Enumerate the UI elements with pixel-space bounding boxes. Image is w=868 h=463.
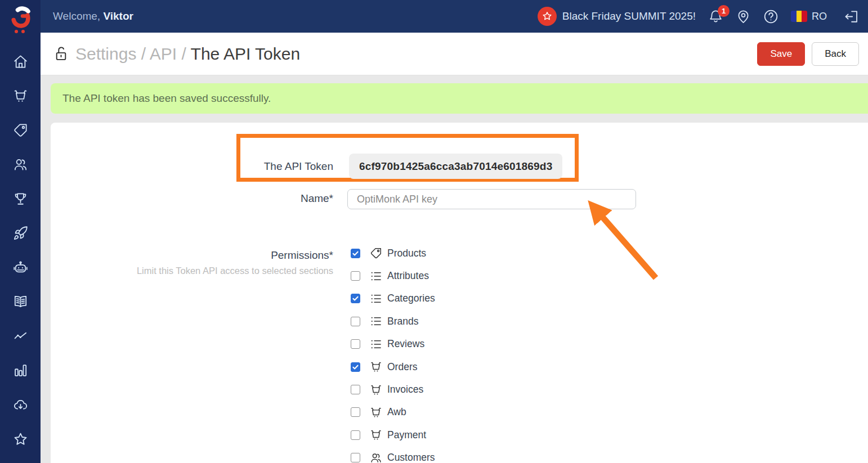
list-icon	[370, 315, 382, 327]
permission-row: Payment	[351, 424, 435, 446]
promo-banner[interactable]: Black Friday SUMMIT 2025!	[538, 7, 696, 26]
cart-icon	[370, 429, 382, 441]
sidebar-item-trophy[interactable]	[8, 191, 33, 206]
people-icon	[370, 452, 382, 463]
promo-text: Black Friday SUMMIT 2025!	[562, 10, 696, 23]
tag-icon	[370, 247, 382, 259]
sidebar-item-cart[interactable]	[8, 88, 33, 104]
permission-row: Orders	[351, 356, 435, 378]
language-selector[interactable]: RO	[791, 11, 827, 23]
romania-flag-icon	[791, 11, 807, 22]
list-icon	[370, 293, 382, 305]
page-header: Settings / API / The API Token Save Back	[41, 33, 868, 75]
trophy-icon	[13, 191, 28, 206]
notifications-bell-icon[interactable]: 1	[708, 9, 723, 24]
permission-row: Awb	[351, 401, 435, 424]
permission-label: Brands	[387, 316, 418, 327]
permissions-hint: Limit this Token API access to selected …	[51, 266, 333, 276]
sidebar-item-home[interactable]	[8, 54, 33, 69]
sidebar-item-tag[interactable]	[8, 123, 33, 138]
sidebar-item-bar-chart[interactable]	[8, 363, 33, 378]
permission-checkbox[interactable]	[351, 362, 360, 372]
success-alert-message: The API token has been saved successfull…	[62, 92, 271, 105]
permission-row: Customers	[351, 447, 435, 463]
bar-chart-icon	[13, 363, 28, 378]
save-button[interactable]: Save	[757, 42, 805, 66]
permission-label: Payment	[387, 429, 426, 441]
permission-checkbox[interactable]	[351, 430, 360, 440]
permission-label: Awb	[387, 406, 406, 418]
name-label: Name*	[208, 192, 333, 205]
star-badge-icon	[538, 7, 557, 26]
permission-checkbox[interactable]	[351, 271, 360, 281]
main-content: Settings / API / The API Token Save Back…	[41, 33, 868, 463]
app-logo[interactable]	[0, 0, 41, 36]
sidebar-item-line-chart[interactable]	[8, 329, 33, 344]
token-label: The API Token	[208, 160, 333, 173]
list-icon	[370, 338, 382, 350]
logout-icon[interactable]	[844, 9, 859, 24]
sidebar	[0, 0, 41, 463]
sidebar-item-cloud-download[interactable]	[8, 397, 33, 412]
api-token-card: The API Token 6cf970b1425a6cca3ab7014e60…	[51, 123, 868, 463]
permission-row: Categories	[351, 287, 435, 310]
check-icon	[352, 363, 359, 371]
permission-label: Orders	[387, 361, 417, 373]
cart-icon	[370, 406, 382, 419]
permission-checkbox[interactable]	[351, 407, 360, 417]
permission-row: Brands	[351, 310, 435, 332]
sidebar-item-book[interactable]	[8, 294, 33, 309]
permission-label: Categories	[387, 293, 435, 304]
location-pin-icon[interactable]	[736, 9, 751, 24]
permission-checkbox[interactable]	[351, 339, 360, 349]
permission-label: Customers	[387, 452, 435, 463]
people-icon	[13, 157, 28, 172]
permission-row: Products	[351, 242, 435, 264]
permission-label: Reviews	[387, 338, 424, 350]
star-icon	[13, 431, 28, 447]
page-title: The API Token	[191, 44, 301, 63]
permission-checkbox[interactable]	[351, 385, 360, 394]
permission-checkbox[interactable]	[351, 453, 360, 462]
sidebar-item-robot[interactable]	[8, 260, 33, 275]
username: Viktor	[103, 10, 133, 22]
permission-checkbox[interactable]	[351, 317, 360, 326]
sidebar-nav	[0, 36, 41, 447]
cart-icon	[13, 88, 28, 104]
check-icon	[352, 295, 359, 302]
rocket-icon	[13, 226, 28, 241]
topbar: Welcome, Viktor Black Friday SUMMIT 2025…	[41, 0, 868, 33]
cart-icon	[370, 361, 382, 373]
cloud-download-icon	[13, 397, 28, 412]
permission-row: Reviews	[351, 333, 435, 356]
permissions-list: ProductsAttributesCategoriesBrandsReview…	[351, 242, 435, 463]
welcome-text: Welcome, Viktor	[53, 10, 133, 23]
notification-count-badge: 1	[718, 5, 730, 17]
sidebar-item-rocket[interactable]	[8, 226, 33, 241]
book-icon	[13, 294, 28, 309]
token-value[interactable]: 6cf970b1425a6cca3ab7014e601869d3	[349, 154, 562, 179]
permissions-label: Permissions*	[208, 249, 333, 262]
sidebar-item-people[interactable]	[8, 157, 33, 172]
permission-label: Invoices	[387, 384, 423, 395]
tag-icon	[13, 123, 28, 138]
sidebar-item-star[interactable]	[8, 431, 33, 447]
line-chart-icon	[13, 329, 28, 344]
breadcrumb-prefix[interactable]: Settings / API /	[75, 44, 191, 63]
permission-label: Attributes	[387, 270, 429, 282]
permission-row: Attributes	[351, 264, 435, 287]
help-icon[interactable]	[763, 9, 778, 24]
name-input[interactable]	[347, 189, 636, 209]
success-alert: The API token has been saved successfull…	[51, 83, 868, 114]
check-icon	[352, 250, 359, 257]
list-icon	[370, 270, 382, 282]
robot-icon	[13, 260, 28, 275]
permission-checkbox[interactable]	[351, 294, 360, 303]
home-icon	[13, 54, 28, 69]
breadcrumb: Settings / API / The API Token	[75, 44, 300, 64]
cart-icon	[370, 384, 382, 396]
permission-checkbox[interactable]	[351, 249, 360, 258]
back-button[interactable]: Back	[812, 42, 859, 66]
lock-open-icon	[54, 46, 68, 62]
permission-row: Invoices	[351, 378, 435, 401]
